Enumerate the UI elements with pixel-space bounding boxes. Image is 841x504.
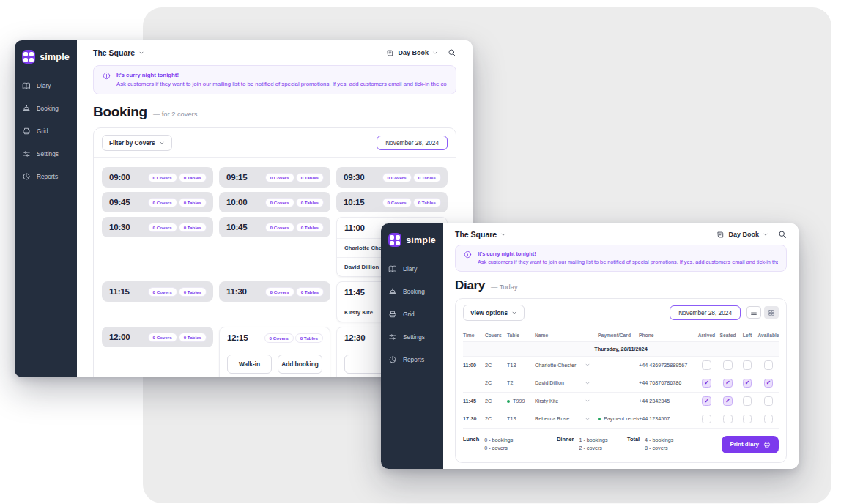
- sidebar-item-reports[interactable]: Reports: [388, 355, 436, 364]
- time-slot[interactable]: 10:00 0 Covers0 Tables: [219, 192, 330, 212]
- filter-by-covers-button[interactable]: Filter by Covers: [102, 135, 172, 151]
- slot-time: 11:45: [344, 288, 365, 297]
- date-group-row: Thursday, 28/11/2024: [463, 342, 779, 357]
- sidebar-item-settings[interactable]: Settings: [388, 333, 436, 341]
- sidebar-item-label: Diary: [403, 265, 417, 273]
- chevron-down-icon: [763, 231, 768, 237]
- total-summary: Total 4 - bookings8 - covers: [627, 436, 722, 453]
- app-logo[interactable]: simple: [22, 50, 70, 64]
- time-slot[interactable]: 10:45 0 Covers0 Tables: [219, 217, 330, 237]
- guest-name: Kirsty Kite: [535, 398, 558, 404]
- sidebar-item-label: Grid: [403, 311, 415, 318]
- chevron-down-icon[interactable]: [585, 398, 590, 404]
- sidebar-item-reports[interactable]: Reports: [22, 172, 70, 181]
- sidebar-item-label: Diary: [37, 82, 51, 89]
- venue-selector[interactable]: The Square: [93, 48, 144, 57]
- dinner-summary: Dinner 1 - bookings2 - covers: [557, 436, 627, 453]
- covers-badge: 0 Covers: [149, 223, 177, 231]
- guest-name: Charlotte Chester: [535, 362, 576, 368]
- time-slot[interactable]: 12:00 0 Covers0 Tables: [102, 327, 213, 347]
- sidebar-item-grid[interactable]: Grid: [22, 127, 70, 136]
- book-icon: [22, 81, 31, 90]
- sidebar-item-diary[interactable]: Diary: [22, 81, 70, 90]
- covers-badge: 0 Covers: [149, 288, 177, 296]
- slot-time: 12:00: [109, 333, 130, 341]
- slot-time: 11:30: [226, 287, 247, 296]
- sidebar-item-booking[interactable]: Booking: [388, 287, 436, 296]
- time-slot[interactable]: 10:15 0 Covers0 Tables: [336, 192, 448, 212]
- slot-time: 09:30: [344, 173, 364, 182]
- sidebar-item-label: Booking: [403, 288, 425, 295]
- left-checkbox[interactable]: [743, 360, 752, 370]
- left-checkbox[interactable]: [743, 415, 752, 424]
- chevron-down-icon[interactable]: [585, 416, 590, 422]
- date-picker[interactable]: November 28, 2024: [377, 136, 448, 150]
- logo-text: simple: [406, 235, 436, 245]
- time-slot[interactable]: 11:30 0 Covers0 Tables: [219, 281, 330, 302]
- venue-selector[interactable]: The Square: [455, 230, 506, 239]
- status-dot: [507, 400, 510, 403]
- table-row[interactable]: 2C T2 David Dillion +44 76876786786: [463, 374, 779, 393]
- tables-badge: 0 Tables: [296, 334, 322, 342]
- date-picker[interactable]: November 28, 2024: [670, 305, 741, 320]
- time-slot[interactable]: 09:00 0 Covers0 Tables: [102, 167, 213, 188]
- table-row[interactable]: 11:45 2C T999 Kirsty Kite +44 2342345: [463, 393, 779, 411]
- page-title: Diary: [455, 278, 485, 293]
- arrived-checkbox[interactable]: [702, 379, 711, 388]
- arrived-checkbox[interactable]: [702, 396, 711, 406]
- tables-badge: 0 Tables: [297, 223, 323, 231]
- arrived-checkbox[interactable]: [702, 360, 711, 370]
- covers-badge: 0 Covers: [266, 174, 294, 182]
- available-checkbox[interactable]: [764, 379, 774, 388]
- seated-checkbox[interactable]: [723, 415, 733, 424]
- sidebar-item-grid[interactable]: Grid: [388, 310, 436, 319]
- day-book-selector[interactable]: Day Book: [386, 49, 438, 57]
- logo-grid-icon: [388, 233, 401, 247]
- diary-table: Time Covers Table Name Payment/Card Phon…: [456, 327, 786, 429]
- day-book-selector[interactable]: Day Book: [716, 231, 768, 239]
- topbar: The Square Day Book: [77, 40, 473, 60]
- walk-in-button[interactable]: Walk-in: [227, 355, 272, 374]
- available-checkbox[interactable]: [764, 415, 774, 424]
- chevron-down-icon[interactable]: [585, 380, 590, 386]
- available-checkbox[interactable]: [764, 360, 774, 370]
- search-icon[interactable]: [448, 48, 456, 57]
- seated-checkbox[interactable]: [723, 360, 733, 370]
- list-view-toggle[interactable]: [746, 306, 761, 319]
- diary-summary: Lunch 0 - bookings0 - covers Dinner 1 - …: [456, 429, 786, 462]
- cloche-icon: [388, 287, 397, 296]
- sidebar-item-settings[interactable]: Settings: [22, 149, 70, 158]
- arrived-checkbox[interactable]: [702, 415, 711, 424]
- left-checkbox[interactable]: [743, 379, 752, 388]
- view-options-button[interactable]: View options: [463, 305, 525, 321]
- tables-badge: 0 Tables: [179, 199, 206, 207]
- chevron-down-icon[interactable]: [585, 362, 590, 368]
- print-diary-button[interactable]: Print diary: [722, 436, 779, 453]
- table-row[interactable]: 11:00 2C T13 Charlotte Chester +44 43697…: [463, 357, 779, 375]
- time-slot[interactable]: 09:15 0 Covers0 Tables: [219, 167, 330, 188]
- time-slot[interactable]: 11:15 0 Covers0 Tables: [102, 281, 213, 302]
- chevron-down-icon: [138, 50, 144, 56]
- tables-badge: 0 Tables: [179, 223, 206, 231]
- search-icon[interactable]: [778, 230, 787, 239]
- chevron-down-icon: [500, 231, 506, 237]
- seated-checkbox[interactable]: [723, 396, 733, 406]
- add-booking-button[interactable]: Add booking: [278, 355, 322, 374]
- time-slot[interactable]: 09:30 0 Covers0 Tables: [336, 167, 448, 188]
- table-row[interactable]: 17:30 2C T13 Rebecca Rose Payment receiv…: [463, 410, 779, 429]
- banner-title: It's curry night tonight!: [478, 250, 778, 258]
- app-logo[interactable]: simple: [388, 233, 436, 247]
- left-checkbox[interactable]: [743, 396, 752, 406]
- time-slot[interactable]: 10:30 0 Covers0 Tables: [102, 217, 213, 237]
- seated-checkbox[interactable]: [723, 379, 733, 388]
- time-slot[interactable]: 09:45 0 Covers0 Tables: [102, 192, 213, 212]
- promo-banner: It's curry night tonight! Ask customers …: [93, 65, 456, 94]
- grid-view-toggle[interactable]: [764, 306, 779, 319]
- diary-window: simple Diary Booking Grid Settings Repor…: [381, 223, 799, 469]
- banner-title: It's curry night tonight!: [116, 71, 447, 80]
- page-subtitle: — for 2 covers: [153, 111, 197, 118]
- available-checkbox[interactable]: [764, 396, 774, 406]
- sidebar-item-booking[interactable]: Booking: [22, 104, 70, 113]
- sidebar-item-diary[interactable]: Diary: [388, 264, 436, 273]
- time-slot-available[interactable]: 12:15 0 Covers0 Tables Walk-in Add booki…: [219, 327, 330, 377]
